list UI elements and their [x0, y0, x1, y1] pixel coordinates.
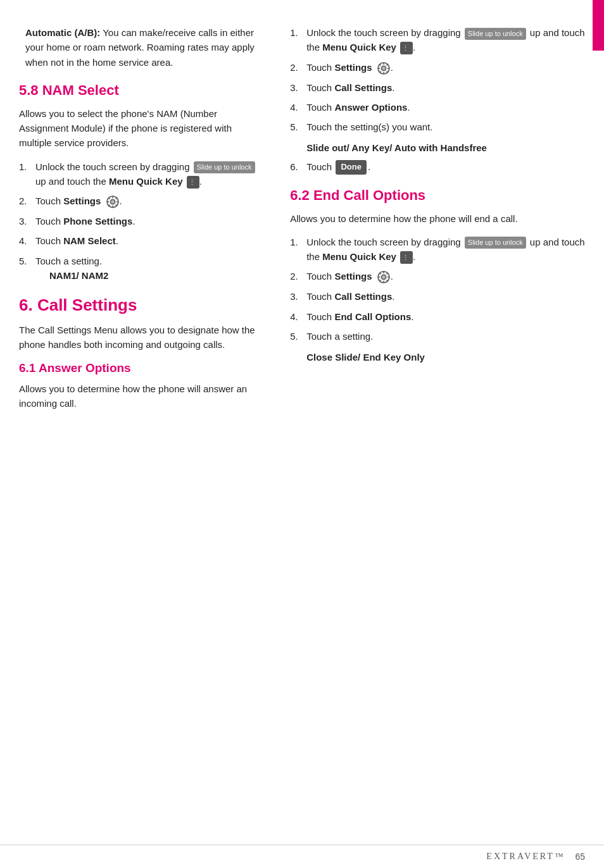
list-item: 2. Touch Settings	[290, 60, 585, 75]
settings-label: Settings	[63, 195, 101, 206]
step-num: 5.	[290, 329, 306, 344]
page-footer: Extravert™ 65	[0, 845, 604, 868]
content-area: Automatic (A/B): You can make/receive ca…	[0, 0, 604, 845]
nam-select-steps: 1. Unlock the touch screen by dragging S…	[19, 159, 265, 283]
step-content: Unlock the touch screen by dragging Slid…	[306, 235, 585, 264]
step-num: 4.	[19, 233, 35, 248]
svg-point-11	[381, 66, 386, 70]
menu-quick-key-label: Menu Quick Key	[322, 42, 396, 53]
step-content: Touch Done.	[306, 159, 585, 175]
left-column: Automatic (A/B): You can make/receive ca…	[19, 25, 284, 826]
step-num: 5.	[290, 120, 306, 134]
slide-badge: Slide up to unlock	[465, 28, 526, 40]
list-item: 5. Touch a setting.	[290, 329, 585, 344]
list-item: 1. Unlock the touch screen by dragging S…	[290, 25, 585, 55]
step-num: 1.	[290, 25, 306, 40]
call-settings-label: Call Settings	[334, 291, 392, 302]
step-content: Touch Settings	[35, 194, 265, 209]
nam-select-heading: 5.8 NAM Select	[19, 82, 265, 99]
step-num: 5.	[19, 254, 35, 268]
nam-setting-value: NAM1/ NAM2	[49, 268, 265, 283]
step-num: 1.	[19, 159, 35, 174]
step-num: 4.	[290, 309, 306, 324]
right-column: 1. Unlock the touch screen by dragging S…	[284, 25, 585, 826]
step-content: Touch Settings	[306, 60, 585, 75]
call-settings-section: 6. Call Settings The Call Settings Menu …	[19, 295, 265, 411]
step-content: Touch NAM Select.	[35, 233, 265, 248]
step-content: Touch Phone Settings.	[35, 214, 265, 228]
step-content: Touch Call Settings.	[306, 80, 585, 95]
automatic-text: Automatic (A/B): You can make/receive ca…	[25, 25, 265, 70]
step-num: 3.	[290, 80, 306, 95]
step-num: 2.	[19, 194, 35, 208]
step-content: Touch a setting. NAM1/ NAM2	[35, 254, 265, 283]
svg-point-1	[110, 200, 115, 204]
list-item: 2. Touch Settings	[290, 269, 585, 284]
trademark: ™	[555, 852, 565, 861]
answer-options-label: Answer Options	[334, 102, 407, 113]
list-item: 1. Unlock the touch screen by dragging S…	[19, 159, 265, 189]
step-content: Touch Answer Options.	[306, 100, 585, 115]
answer-options-desc: Allows you to determine how the phone wi…	[19, 381, 265, 411]
step-num: 2.	[290, 60, 306, 75]
step-content: Touch the setting(s) you want.	[306, 120, 585, 134]
step-content: Unlock the touch screen by dragging Slid…	[35, 159, 265, 189]
list-item: 4. Touch NAM Select.	[19, 233, 265, 248]
end-call-options-steps: 1. Unlock the touch screen by dragging S…	[290, 235, 585, 344]
step-num: 3.	[19, 214, 35, 228]
step-content: Unlock the touch screen by dragging Slid…	[306, 25, 585, 55]
end-call-options-setting: Close Slide/ End Key Only	[306, 350, 585, 364]
step-num: 4.	[290, 100, 306, 115]
list-item: 5. Touch the setting(s) you want.	[290, 120, 585, 134]
call-settings-label: Call Settings	[334, 82, 392, 93]
svg-point-21	[381, 275, 386, 280]
list-item: 3. Touch Call Settings.	[290, 289, 585, 304]
step-content: Touch a setting.	[306, 329, 585, 344]
list-item: 3. Touch Phone Settings.	[19, 214, 265, 228]
slide-badge: Slide up to unlock	[465, 237, 526, 249]
end-call-options-label: End Call Options	[334, 311, 411, 322]
answer-options-section: 6.1 Answer Options Allows you to determi…	[19, 361, 265, 411]
list-item: 6. Touch Done.	[290, 159, 585, 175]
pink-tab	[593, 0, 604, 51]
page-number: 65	[570, 852, 585, 862]
answer-options-heading: 6.1 Answer Options	[19, 361, 265, 375]
nam-select-desc: Allows you to select the phone's NAM (Nu…	[19, 106, 265, 151]
list-item: 2. Touch Settings	[19, 194, 265, 209]
settings-label: Settings	[334, 62, 372, 73]
step-num: 6.	[290, 159, 306, 174]
nam-select-section: 5.8 NAM Select Allows you to select the …	[19, 82, 265, 283]
settings-icon	[106, 195, 120, 209]
answer-options-setting: Slide out/ Any Key/ Auto with Handsfree	[306, 140, 585, 155]
menu-quick-key-label: Menu Quick Key	[322, 251, 396, 262]
list-item: 5. Touch a setting. NAM1/ NAM2	[19, 254, 265, 283]
call-settings-desc: The Call Settings Menu allows you to des…	[19, 323, 265, 352]
nam-select-label: NAM Select	[63, 235, 116, 246]
answer-options-steps: 1. Unlock the touch screen by dragging S…	[290, 25, 585, 134]
automatic-block: Automatic (A/B): You can make/receive ca…	[19, 25, 265, 70]
brand-text: Extravert	[486, 852, 555, 861]
answer-options-steps-section: 1. Unlock the touch screen by dragging S…	[290, 25, 585, 175]
step-content: Touch Settings	[306, 269, 585, 284]
step-num: 3.	[290, 289, 306, 304]
menu-quick-key-icon	[400, 42, 413, 54]
end-call-options-section: 6.2 End Call Options Allows you to deter…	[290, 187, 585, 365]
step-num: 1.	[290, 235, 306, 249]
page-container: Automatic (A/B): You can make/receive ca…	[0, 0, 604, 868]
menu-quick-key-icon	[187, 176, 199, 189]
list-item: 3. Touch Call Settings.	[290, 80, 585, 95]
automatic-label: Automatic (A/B):	[25, 27, 100, 38]
settings-label: Settings	[334, 271, 372, 282]
phone-settings-label: Phone Settings	[63, 216, 132, 226]
step-content: Touch End Call Options.	[306, 309, 585, 324]
slide-badge: Slide up to unlock	[194, 161, 255, 173]
step-num: 2.	[290, 269, 306, 283]
call-settings-heading: 6. Call Settings	[19, 295, 265, 315]
end-call-options-heading: 6.2 End Call Options	[290, 187, 585, 204]
step-content: Touch Call Settings.	[306, 289, 585, 304]
settings-icon	[377, 61, 391, 75]
answer-options-step6: 6. Touch Done.	[290, 159, 585, 175]
list-item: 1. Unlock the touch screen by dragging S…	[290, 235, 585, 264]
end-call-options-desc: Allows you to determine how the phone wi…	[290, 211, 585, 226]
settings-icon	[377, 270, 391, 284]
